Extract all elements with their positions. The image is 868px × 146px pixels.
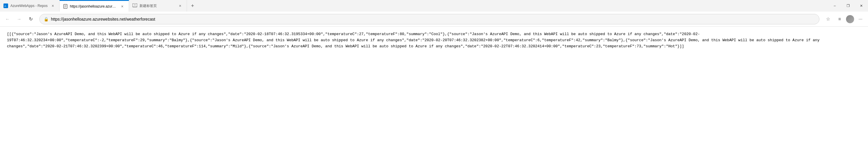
svg-text:A: A xyxy=(4,5,6,7)
refresh-button[interactable]: ↻ xyxy=(26,14,36,24)
azure-icon: A xyxy=(3,3,8,8)
page-icon xyxy=(63,4,68,9)
content-area: [[{"source":"Jason's AzureAPI Demo, and … xyxy=(0,27,868,146)
tab-newtab-close[interactable]: × xyxy=(177,3,183,9)
new-tab-button[interactable]: + xyxy=(187,0,198,11)
forward-button[interactable]: → xyxy=(14,14,24,24)
nav-actions: ☆ ≡ ··· xyxy=(823,14,866,24)
json-response: [[{"source":"Jason's AzureAPI Demo, and … xyxy=(7,31,861,49)
close-button[interactable]: ✕ xyxy=(855,0,868,11)
favorite-button[interactable]: ☆ xyxy=(823,14,833,24)
address-bar[interactable]: 🔒 xyxy=(39,14,819,24)
tab-repos[interactable]: A AzureWebApps - Repos × xyxy=(0,0,60,11)
tab-newtab[interactable]: 新建标签页 × xyxy=(129,0,187,11)
back-button[interactable]: ← xyxy=(2,14,13,24)
tab-weatherforecast[interactable]: https://jasonhelloazure.azureweb... × xyxy=(60,0,129,11)
svg-rect-6 xyxy=(132,3,137,7)
nav-bar: ← → ↻ 🔒 ☆ ≡ ··· xyxy=(0,11,868,27)
tab-strip: A AzureWebApps - Repos × https://jasonhe… xyxy=(0,0,828,11)
avatar[interactable] xyxy=(846,15,854,23)
minimize-button[interactable]: – xyxy=(828,0,841,11)
tab-weatherforecast-title: https://jasonhelloazure.azureweb... xyxy=(70,4,117,8)
tab-repos-close[interactable]: × xyxy=(50,3,56,9)
lock-icon: 🔒 xyxy=(44,17,49,22)
profile-image xyxy=(846,15,854,23)
window-controls: – ❐ ✕ xyxy=(828,0,868,11)
title-bar: A AzureWebApps - Repos × https://jasonhe… xyxy=(0,0,868,11)
reading-view-button[interactable]: ≡ xyxy=(834,14,845,24)
tab-weatherforecast-close[interactable]: × xyxy=(120,3,125,9)
url-input[interactable] xyxy=(51,17,815,22)
tab-newtab-title: 新建标签页 xyxy=(140,3,175,8)
more-button[interactable]: ··· xyxy=(855,14,866,24)
restore-button[interactable]: ❐ xyxy=(841,0,855,11)
tab-repos-title: AzureWebApps - Repos xyxy=(10,4,48,8)
newtab-icon xyxy=(132,3,137,8)
